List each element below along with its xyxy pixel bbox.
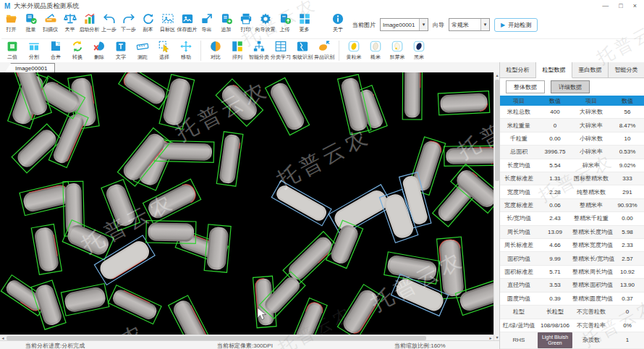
metric-value: 3996.75 (538, 148, 572, 155)
specimen-canvas[interactable]: 托普云农托普云农托普云农托普云农托普云农托普云农托普云农 (0, 72, 493, 335)
toolbar-button-analyze[interactable]: 启动分析 (80, 12, 99, 33)
convert-icon (71, 39, 84, 54)
image-tab[interactable]: Image00001 (4, 63, 55, 73)
metric-label: 周长标准差 (500, 241, 538, 249)
toolbar-button-blackrice[interactable]: 黑米 (409, 39, 430, 60)
toolbar-button-convert[interactable]: 转换 (67, 39, 88, 60)
metric-label: 整精米周长均值 (572, 268, 610, 276)
toolbar-button-label: 移动 (181, 54, 191, 60)
table-row: 宽度标准差0.06整精米率90.93% (500, 199, 644, 212)
minimize-icon[interactable]: — (602, 0, 609, 12)
toolbar-button-prev[interactable]: 上一步 (100, 12, 119, 33)
delete-icon (93, 39, 106, 54)
status-item: 当前缩放比例:160% (394, 342, 446, 349)
toolbar-button-classlearn[interactable]: 分类学习 (271, 39, 292, 60)
metric-value: 13.90 (610, 282, 644, 288)
toolbar-button-smartclass[interactable]: 智能分类 (249, 39, 270, 60)
rice-grain[interactable] (402, 72, 422, 119)
metric-label: 面积标准差 (500, 268, 538, 276)
panel-tab-智能分类[interactable]: 智能分类 (609, 62, 644, 77)
toolbar-button-foreign[interactable]: 异品识别 (314, 39, 335, 60)
toolbar-button-about[interactable]: 关于 (329, 12, 347, 33)
saveimg-icon (181, 12, 194, 26)
toolbar-button-next[interactable]: 下一步 (119, 12, 138, 33)
metric-value: 5.54 (538, 162, 572, 169)
toolbar-button-wizard[interactable]: 向导设置 (256, 12, 275, 33)
toolbar-button-measure[interactable]: 测距 (132, 39, 153, 60)
current-image-select[interactable]: Image00001 ▾ (380, 18, 428, 31)
panel-tab-粒型数据[interactable]: 粒型数据 (536, 62, 572, 78)
smartclass-icon (253, 39, 266, 54)
toolbar-button-print[interactable]: 打印 (237, 12, 255, 33)
toolbar-button-target[interactable]: 目标区 (158, 12, 177, 33)
toolbar-button-upload[interactable]: 上传 (276, 12, 295, 33)
close-icon[interactable]: × (633, 0, 637, 12)
toolbar-button-delete[interactable]: 删除 (89, 39, 110, 60)
analyze-icon (83, 12, 96, 26)
toolbar-button-text[interactable]: 文字 (111, 39, 132, 60)
toolbar-button-compare[interactable]: 对比 (206, 39, 226, 60)
metrics-table: 米粒总数400大碎米数56米粒重量0大碎米率8.47%千粒重0.00小碎米数10… (500, 106, 644, 349)
metric-value: 0.37 (610, 295, 644, 302)
metric-label: 圆度均值 (500, 295, 538, 303)
metric-label: 粒型 (500, 308, 538, 316)
metric-value: 9.99 (538, 256, 572, 262)
toolbar-main: 打开批量扫描仪天平启动分析上一步下一步副本目标区保存图片导出追加打印向导设置上传… (1, 12, 348, 38)
panel-tabs: 粒型分析粒型数据垩白数据智能分类 (500, 62, 644, 78)
copy-icon (142, 12, 155, 26)
table-row: 长度标准差1.31国标整精米数333 (500, 172, 644, 185)
panel-subtab-详细数据[interactable]: 详细数据 (551, 80, 590, 93)
panel-tab-垩白数据[interactable]: 垩白数据 (572, 62, 609, 77)
toolbar-button-split[interactable]: 分割 (24, 39, 45, 60)
toolbar-button-yellowrice[interactable]: 黄粒米 (344, 39, 365, 60)
start-detect-button[interactable]: ▶ 开始检测 (494, 18, 538, 32)
foreign-icon (318, 39, 331, 54)
metric-value: 9.02% (610, 162, 644, 169)
toolbar-button-scanner[interactable]: 扫描仪 (41, 12, 60, 33)
toolbar-button-move[interactable]: 移动 (176, 39, 197, 60)
toolbar-button-saveimg[interactable]: 保存图片 (178, 12, 197, 33)
toolbar-separator (200, 41, 201, 61)
table-header-cell: 项目 (500, 97, 538, 105)
maximize-icon[interactable]: □ (619, 0, 622, 12)
metric-value: 长粒型 (538, 308, 572, 316)
metric-label: 整精米率 (572, 201, 610, 209)
table-header: 项目数值项目数值 (500, 96, 644, 106)
metric-label: 整精米宽度均值 (572, 241, 610, 249)
table-row: 总面积3996.75小碎米率0.53% (500, 146, 644, 159)
rice-grain-image[interactable]: 托普云农托普云农托普云农托普云农托普云农托普云农托普云农 (0, 72, 493, 335)
wizard-select[interactable]: 常规米 ▾ (449, 18, 490, 31)
toolbar-button-select[interactable]: 选择 (154, 39, 175, 60)
toolbar-button-append[interactable]: 追加 (217, 12, 236, 33)
panel-tab-粒型分析[interactable]: 粒型分析 (500, 62, 536, 77)
toolbar-button-label: 胚芽米 (390, 54, 405, 60)
metric-label: 整精米面积均值 (572, 281, 610, 289)
toolbar-button-open[interactable]: 打开 (2, 12, 21, 33)
toolbar-button-merge[interactable]: 合并 (46, 39, 67, 60)
toolbar-button-label: 分类学习 (271, 54, 291, 60)
toolbar-button-copy[interactable]: 副本 (139, 12, 158, 33)
toolbar-button-export[interactable]: 导出 (198, 12, 216, 33)
metric-value: 10 (610, 135, 644, 142)
toolbar-button-balance[interactable]: 天平 (61, 12, 80, 33)
toolbar-button-arrange[interactable]: 排列 (227, 39, 248, 60)
toolbar-button-brownrice[interactable]: 糙米 (365, 39, 386, 60)
toolbar-button-label: 更多 (300, 26, 310, 33)
toolbar-button-label: 糙米 (370, 54, 381, 60)
metric-value: Light Bluish Green (538, 332, 572, 348)
toolbar-button-crack[interactable]: 裂纹识别 (292, 39, 313, 60)
toolbar-button-label: 保存图片 (177, 26, 198, 33)
metric-label: 红/绿/蓝均值 (500, 321, 538, 329)
toolbar-button-germrice[interactable]: 胚芽米 (387, 39, 408, 60)
table-header-cell: 项目 (572, 97, 610, 105)
app-window: M 大米外观品质检测系统 —□× 打开批量扫描仪天平启动分析上一步下一步副本目标… (0, 0, 644, 349)
toolbar-button-batch[interactable]: 批量 (22, 12, 41, 33)
table-row: 粒型长粒型不完善粒数0 (500, 306, 644, 319)
toolbar-button-more[interactable]: 更多 (295, 12, 314, 33)
metric-label: 长度标准差 (500, 174, 538, 182)
play-icon: ▶ (501, 22, 505, 28)
panel-subtab-整体数据[interactable]: 整体数据 (506, 80, 545, 93)
table-row: 宽度均值2.28纯整精米数291 (500, 185, 644, 198)
toolbar-button-binary[interactable]: 二值 (2, 39, 23, 60)
rice-grain[interactable] (146, 221, 196, 244)
